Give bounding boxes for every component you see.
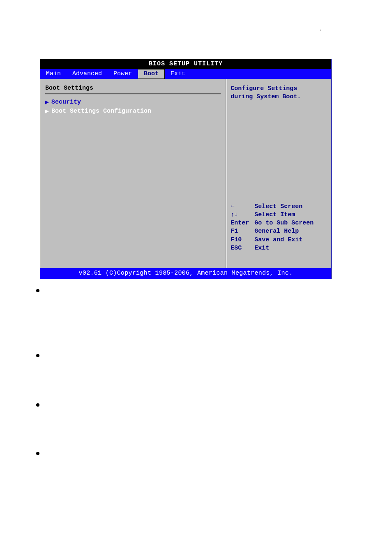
key-action: Go to Sub Screen: [254, 219, 314, 227]
bios-section-title: Boot Settings: [45, 85, 221, 92]
key-enter: Enter: [231, 219, 254, 227]
bios-menu-power[interactable]: Power: [108, 69, 138, 79]
bios-screenshot: BIOS SETUP UTILITY Main Advanced Power B…: [40, 59, 332, 279]
bios-help-line: Configure Settings: [231, 85, 327, 93]
bios-item-label: Boot Settings Configuration: [51, 108, 151, 115]
bios-menu-exit[interactable]: Exit: [165, 69, 191, 79]
page: , BIOS SETUP UTILITY Main Advanced Power…: [0, 0, 392, 555]
bullet-icon: [36, 452, 39, 455]
bios-body: Boot Settings ▶ Security ▶ Boot Settings…: [40, 79, 331, 268]
bios-footer: v02.61 (C)Copyright 1985-2006, American …: [40, 268, 331, 279]
bios-item-label: Security: [51, 99, 81, 106]
key-action: Exit: [254, 244, 269, 252]
bios-item-security[interactable]: ▶ Security: [45, 98, 221, 106]
bios-item-boot-settings-config[interactable]: ▶ Boot Settings Configuration: [45, 107, 221, 115]
bullet-icon: [36, 289, 39, 292]
bios-key-row: ↑↓ Select Item: [231, 211, 327, 219]
key-action: Select Screen: [254, 203, 302, 211]
list-item: [36, 400, 332, 407]
stray-mark: ,: [321, 26, 322, 31]
bios-help-line: during System Boot.: [231, 93, 327, 101]
list-item: [36, 351, 332, 357]
triangle-right-icon: ▶: [45, 98, 49, 106]
bios-help-text: Configure Settings during System Boot.: [231, 85, 327, 102]
key-esc: ESC: [231, 244, 254, 252]
key-up-down-arrow: ↑↓: [231, 211, 254, 219]
bios-menu-advanced[interactable]: Advanced: [67, 69, 108, 79]
bios-help-pane: Configure Settings during System Boot. ←…: [226, 79, 331, 268]
bullet-icon: [36, 354, 39, 357]
bios-key-row: F1 General Help: [231, 227, 327, 236]
key-action: Save and Exit: [254, 236, 302, 244]
key-action: General Help: [254, 227, 299, 236]
bios-key-row: F10 Save and Exit: [231, 236, 327, 244]
list-item: [36, 286, 332, 292]
bios-key-row: Enter Go to Sub Screen: [231, 219, 327, 227]
bios-divider: [45, 93, 221, 94]
key-action: Select Item: [254, 211, 295, 219]
bios-menu-boot[interactable]: Boot: [138, 69, 165, 79]
bios-key-row: ESC Exit: [231, 244, 327, 252]
key-f1: F1: [231, 227, 254, 236]
doc-bullet-list: [36, 286, 332, 500]
bios-key-row: ← Select Screen: [231, 203, 327, 211]
bios-left-pane: Boot Settings ▶ Security ▶ Boot Settings…: [40, 79, 226, 268]
bios-menu-main[interactable]: Main: [40, 69, 67, 79]
bios-title: BIOS SETUP UTILITY: [40, 59, 331, 69]
key-f10: F10: [231, 236, 254, 244]
list-item: [36, 449, 332, 455]
bios-menubar: Main Advanced Power Boot Exit: [40, 69, 331, 79]
key-left-arrow: ←: [231, 203, 254, 211]
bullet-icon: [36, 403, 39, 407]
triangle-right-icon: ▶: [45, 107, 49, 115]
bios-key-legend: ← Select Screen ↑↓ Select Item Enter Go …: [231, 203, 327, 253]
